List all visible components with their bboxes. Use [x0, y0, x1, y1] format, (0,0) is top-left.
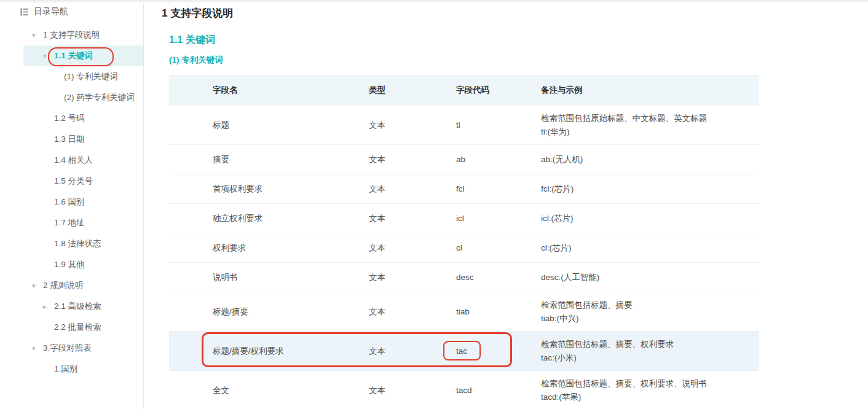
remark-line: fcl:(芯片) — [541, 182, 752, 196]
sidebar-item-label: 1.1 关键词 — [54, 50, 93, 61]
sidebar-item[interactable]: 1.4 相关人 — [0, 150, 143, 171]
section-title: 1.1 关键词 — [169, 34, 215, 47]
sidebar-item-label: 1.3 日期 — [54, 134, 85, 145]
cell-remark: 检索范围包括标题、摘要、权利要求tac:(小米) — [541, 332, 759, 370]
sidebar-item-label: 1.6 国别 — [54, 197, 85, 208]
cell-type: 文本 — [369, 306, 456, 317]
remark-line: desc:(人工智能) — [541, 271, 752, 284]
sidebar-item[interactable]: ▾1.1 关键词 — [0, 45, 143, 66]
table-row: 标题/摘要/权利要求文本tac检索范围包括标题、摘要、权利要求tac:(小米) — [169, 332, 759, 371]
cell-field-code: icl — [456, 214, 541, 223]
sidebar-item[interactable]: 1.5 分类号 — [0, 171, 143, 192]
table-row: 首项权利要求文本fclfcl:(芯片) — [169, 174, 759, 204]
cell-field-name: 首项权利要求 — [213, 184, 369, 195]
cell-field-code: ab — [456, 155, 541, 164]
sidebar-item[interactable]: ▸2.1 高级检索 — [0, 296, 143, 317]
table-row: 标题文本ti检索范围包括原始标题、中文标题、英文标题ti:(华为) — [169, 106, 759, 145]
remark-line: tacd:(苹果) — [541, 391, 752, 404]
sidebar-item-label: 2.2 批量检索 — [54, 322, 101, 333]
remark-line: 检索范围包括标题、摘要 — [541, 298, 752, 312]
subsection-title: (1) 专利关键词 — [169, 55, 223, 66]
remark-line: ab:(无人机) — [541, 153, 752, 166]
cell-field-name: 标题/摘要/权利要求 — [213, 346, 369, 357]
sidebar-item[interactable]: ▾1 支持字段说明 — [0, 25, 143, 45]
sidebar-item[interactable]: 1.国别 — [0, 359, 143, 380]
remark-line: tac:(小米) — [541, 351, 752, 365]
remark-line: tiab:(中兴) — [541, 312, 752, 325]
sidebar-item-label: 1.8 法律状态 — [54, 238, 101, 249]
cell-field-code-annotated: tac — [456, 346, 541, 356]
remark-line: cl:(芯片) — [541, 241, 752, 255]
table-row: 摘要文本abab:(无人机) — [169, 145, 759, 174]
sidebar-item[interactable]: (1) 专利关键词 — [0, 66, 143, 87]
sidebar-item-label: 2 规则说明 — [43, 280, 83, 291]
cell-type: 文本 — [369, 213, 456, 224]
cell-type: 文本 — [369, 272, 456, 283]
sidebar-item-label: (2) 药学专利关键词 — [64, 92, 135, 103]
toc-outline-icon — [20, 7, 29, 17]
cell-field-code: ti — [456, 120, 541, 130]
cell-remark: fcl:(芯片) — [541, 177, 759, 201]
chevron-down-icon[interactable]: ▾ — [32, 345, 43, 352]
table-body: 标题文本ti检索范围包括原始标题、中文标题、英文标题ti:(华为)摘要文本aba… — [169, 106, 759, 409]
table-row: 权利要求文本clcl:(芯片) — [169, 233, 759, 263]
sidebar-item[interactable]: ▾2 规则说明 — [0, 275, 143, 296]
sidebar-item[interactable]: ▾3.字段对照表 — [0, 338, 143, 359]
chevron-down-icon[interactable]: ▾ — [43, 53, 54, 60]
sidebar-item[interactable]: 1.8 法律状态 — [0, 233, 143, 254]
top-shadow-divider — [0, 0, 868, 3]
cell-type: 文本 — [369, 243, 456, 254]
sidebar-item-label: 1.5 分类号 — [54, 176, 93, 187]
sidebar-item-label: 1.9 其他 — [54, 259, 85, 270]
remark-line: 检索范围包括标题、摘要、权利要求、说明书 — [541, 377, 752, 391]
column-header-remark: 备注与示例 — [541, 85, 759, 96]
cell-field-code: tiab — [456, 307, 541, 316]
cell-field-name: 摘要 — [213, 154, 369, 165]
column-header-type: 类型 — [369, 85, 456, 96]
cell-remark: icl:(芯片) — [541, 206, 759, 231]
sidebar-item[interactable]: 2.2 批量检索 — [0, 317, 143, 338]
table-header-row: 字段名 类型 字段代码 备注与示例 — [169, 75, 759, 106]
sidebar-item-label: 1.2 号码 — [54, 113, 85, 124]
page-title: 1 支持字段说明 — [162, 6, 233, 20]
sidebar-item-label: 1 支持字段说明 — [43, 29, 100, 41]
cell-remark: 检索范围包括标题、摘要、权利要求、说明书tacd:(苹果) — [541, 372, 759, 409]
cell-field-code: tacd — [456, 386, 541, 395]
cell-type: 文本 — [369, 184, 456, 195]
cell-remark: ab:(无人机) — [541, 147, 759, 172]
remark-line: 检索范围包括标题、摘要、权利要求 — [541, 338, 752, 351]
column-header-field: 字段名 — [213, 85, 369, 96]
cell-field-name: 独立权利要求 — [213, 213, 369, 224]
field-table: 字段名 类型 字段代码 备注与示例 标题文本ti检索范围包括原始标题、中文标题、… — [169, 75, 759, 409]
cell-type: 文本 — [369, 385, 456, 396]
chevron-down-icon[interactable]: ▾ — [32, 32, 43, 39]
cell-field-code: fcl — [456, 184, 541, 193]
sidebar-item[interactable]: 1.7 地址 — [0, 212, 143, 233]
sidebar-item-label: 2.1 高级检索 — [54, 301, 101, 312]
cell-field-code: desc — [456, 273, 541, 282]
cell-field-name: 说明书 — [213, 272, 369, 283]
sidebar-item[interactable]: (2) 药学专利关键词 — [0, 87, 143, 108]
sidebar-item[interactable]: 1.9 其他 — [0, 254, 143, 275]
cell-type: 文本 — [369, 154, 456, 165]
sidebar-item[interactable]: 1.2 号码 — [0, 108, 143, 129]
cell-type: 文本 — [369, 346, 456, 357]
column-header-code: 字段代码 — [456, 85, 541, 96]
sidebar-item[interactable]: 1.3 日期 — [0, 129, 143, 150]
toc-tree: ▾1 支持字段说明▾1.1 关键词(1) 专利关键词(2) 药学专利关键词1.2… — [0, 25, 143, 380]
cell-type: 文本 — [369, 120, 456, 131]
cell-remark: cl:(芯片) — [541, 236, 759, 260]
chevron-down-icon[interactable]: ▾ — [32, 282, 43, 289]
sidebar-item[interactable]: 1.6 国别 — [0, 192, 143, 212]
toc-sidebar: 目录导航 ▾1 支持字段说明▾1.1 关键词(1) 专利关键词(2) 药学专利关… — [0, 0, 144, 409]
cell-field-name: 标题/摘要 — [213, 306, 369, 317]
remark-line: 检索范围包括原始标题、中文标题、英文标题 — [541, 112, 752, 125]
sidebar-item-label: 1.4 相关人 — [54, 155, 93, 166]
table-row: 独立权利要求文本iclicl:(芯片) — [169, 204, 759, 233]
remark-line: ti:(华为) — [541, 125, 752, 139]
cell-field-name: 全文 — [213, 385, 369, 396]
cell-remark: 检索范围包括标题、摘要tiab:(中兴) — [541, 293, 759, 331]
table-row: 全文文本tacd检索范围包括标题、摘要、权利要求、说明书tacd:(苹果) — [169, 371, 759, 409]
table-row: 说明书文本descdesc:(人工智能) — [169, 263, 759, 292]
chevron-right-icon[interactable]: ▸ — [43, 303, 54, 310]
